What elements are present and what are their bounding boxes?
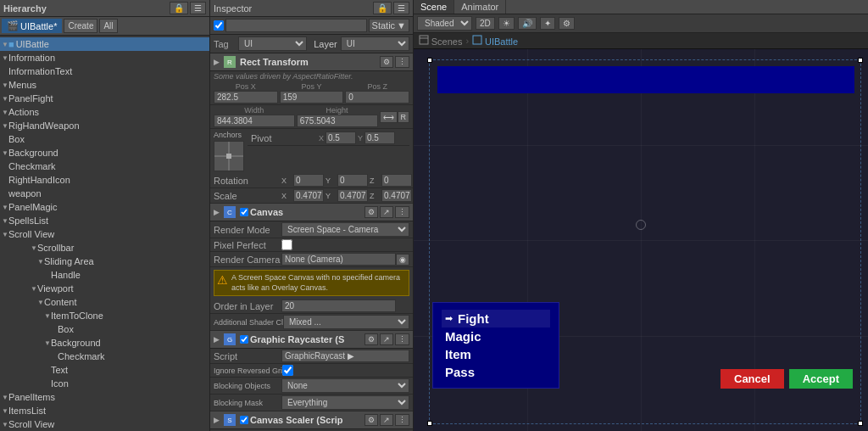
tree-item-background2[interactable]: ▼ Background (0, 336, 209, 350)
tree-item-itemtoclone[interactable]: ▼ ItemToClone (0, 309, 209, 322)
scene-viewport[interactable]: ➡ Fight Magic Item Pass Cancel A (414, 49, 868, 431)
fight-action-item[interactable]: ➡ Fight (442, 310, 550, 327)
tree-item-information[interactable]: ▼ Information (0, 51, 209, 64)
all-button[interactable]: All (99, 19, 117, 33)
pivot-y-input[interactable] (364, 132, 395, 144)
canvas-header[interactable]: ▶ C Canvas ⚙ ↗ ⋮ (210, 204, 413, 221)
tree-item-box[interactable]: Box (0, 132, 209, 146)
shader-select[interactable]: Mixed ... (283, 315, 409, 329)
rot-z-input[interactable] (381, 174, 412, 187)
scale-y-input[interactable] (337, 189, 368, 202)
shaded-dropdown[interactable]: Shaded (417, 16, 472, 31)
pos-y-input[interactable] (280, 91, 344, 104)
canvas-settings-btn[interactable]: ⚙ (364, 206, 378, 218)
menu-button[interactable]: ☰ (190, 2, 206, 14)
gizmos-button[interactable]: ⚙ (559, 17, 575, 30)
canvas-icon: C (224, 206, 236, 218)
tree-item-slidingarea[interactable]: ▼ Sliding Area (0, 255, 209, 268)
width-input[interactable] (214, 115, 295, 127)
audio-button[interactable]: 🔊 (518, 17, 537, 30)
tree-item-actions[interactable]: ▼ Actions (0, 105, 209, 119)
tree-item-righthandicon[interactable]: RightHandIcon (0, 173, 209, 187)
scaler-more-btn[interactable]: ⋮ (395, 414, 409, 426)
tree-item-content[interactable]: ▼ Content (0, 295, 209, 309)
tree-item-text[interactable]: Text (0, 363, 209, 377)
gameobject-active-checkbox[interactable] (214, 20, 224, 31)
pos-z-input[interactable] (345, 91, 409, 104)
tree-item-informationtext[interactable]: InformationText (0, 64, 209, 78)
gameobject-name-field[interactable]: UIBattle (225, 19, 367, 32)
raycaster-settings-btn[interactable]: ⚙ (364, 333, 378, 345)
tree-item-menus[interactable]: ▼ Menus (0, 78, 209, 92)
rot-x-input[interactable] (293, 174, 324, 187)
canvas-enable-checkbox[interactable] (240, 208, 248, 216)
tab-animator[interactable]: Animator (454, 0, 506, 14)
raycaster-ref-btn[interactable]: ↗ (380, 333, 393, 345)
tree-item-panelmagic[interactable]: ▼ PanelMagic (0, 200, 209, 214)
blocking-mask-select[interactable]: Everything (281, 395, 409, 410)
tree-item-spellslist[interactable]: ▼ SpellsList (0, 214, 209, 227)
tree-item-scrollview2[interactable]: ▼ Scroll View (0, 417, 209, 431)
canvas-ref-btn[interactable]: ↗ (380, 206, 393, 218)
tree-item-viewport[interactable]: ▼ Viewport (0, 282, 209, 295)
rt-more-btn[interactable]: ⋮ (395, 56, 409, 68)
lock-button[interactable]: 🔒 (170, 2, 188, 14)
tree-item-scrollview[interactable]: ▼ Scroll View (0, 227, 209, 241)
light-button[interactable]: ☀ (498, 17, 515, 30)
tree-item-weapon[interactable]: weapon (0, 187, 209, 200)
rt-settings-btn[interactable]: ⚙ (380, 56, 393, 68)
scaler-enable-checkbox[interactable] (240, 416, 248, 424)
item-action-item[interactable]: Item (442, 345, 550, 363)
canvas-more-btn[interactable]: ⋮ (395, 206, 409, 218)
rot-y-input[interactable] (337, 174, 368, 187)
graphic-raycaster-header[interactable]: ▶ G Graphic Raycaster (S ⚙ ↗ ⋮ (210, 331, 413, 349)
order-input[interactable] (281, 299, 396, 312)
2d-button[interactable]: 2D (476, 17, 495, 30)
inspector-lock-button[interactable]: 🔒 (373, 2, 392, 14)
tree-item-box2[interactable]: Box (0, 322, 209, 336)
inspector-menu-button[interactable]: ☰ (393, 2, 409, 14)
pivot-x-input[interactable] (326, 132, 356, 144)
pos-x-input[interactable] (214, 91, 278, 104)
pixel-perfect-checkbox[interactable] (281, 239, 292, 250)
wh-reset-btn[interactable]: R (398, 111, 410, 123)
layer-select[interactable]: UI (341, 36, 409, 51)
cancel-button[interactable]: Cancel (721, 369, 784, 389)
tree-item-itemslist[interactable]: ▼ ItemsList (0, 404, 209, 417)
ignore-reversed-checkbox[interactable] (282, 365, 293, 376)
blocking-objects-select[interactable]: None (281, 378, 409, 393)
tab-scene[interactable]: Scene (414, 0, 454, 14)
tree-item-uibattle[interactable]: ▼ ■ UIBattle (0, 37, 209, 51)
scaler-settings-btn[interactable]: ⚙ (364, 414, 378, 426)
tree-item-scrollbar[interactable]: ▼ Scrollbar (0, 241, 209, 255)
scale-x-input[interactable] (293, 189, 324, 202)
tree-item-handle[interactable]: Handle (0, 268, 209, 282)
tree-item-panelitems[interactable]: ▼ PanelItems (0, 390, 209, 404)
accept-button[interactable]: Accept (789, 369, 853, 389)
rect-transform-btns: ⚙ ⋮ (380, 56, 409, 68)
raycaster-more-btn[interactable]: ⋮ (395, 333, 409, 345)
tree-item-icon[interactable]: Icon (0, 377, 209, 390)
scale-z-input[interactable] (381, 189, 412, 202)
magic-action-item[interactable]: Magic (442, 327, 550, 345)
wh-constrain-btn[interactable]: ⟷ (380, 111, 398, 123)
tree-item-background[interactable]: ▼ Background (0, 146, 209, 160)
rect-transform-header[interactable]: ▶ R Rect Transform ⚙ ⋮ (210, 53, 413, 71)
raycaster-enable-checkbox[interactable] (240, 335, 248, 344)
render-camera-pick-btn[interactable]: ◉ (396, 254, 409, 266)
tree-item-checkmark2[interactable]: Checkmark (0, 350, 209, 363)
tree-item-panelfight[interactable]: ▼ PanelFight (0, 92, 209, 105)
tag-select[interactable]: UI (238, 36, 307, 51)
height-input[interactable] (297, 115, 378, 127)
effects-button[interactable]: ✦ (540, 17, 555, 30)
create-button[interactable]: Create (64, 19, 97, 33)
pass-action-item[interactable]: Pass (442, 363, 550, 381)
uibattle-icon (472, 35, 482, 45)
tree-item-righthandweapon[interactable]: ▼ RigHandWeapon (0, 119, 209, 132)
canvas-scaler-header[interactable]: ▶ S Canvas Scaler (Scrip ⚙ ↗ ⋮ (210, 411, 413, 429)
anchor-diagram[interactable] (214, 141, 244, 171)
render-mode-select[interactable]: Screen Space - Camera (281, 222, 409, 237)
static-badge[interactable]: Static ▼ (369, 19, 409, 32)
tree-item-checkmark[interactable]: Checkmark (0, 160, 209, 173)
scaler-ref-btn[interactable]: ↗ (380, 414, 393, 426)
